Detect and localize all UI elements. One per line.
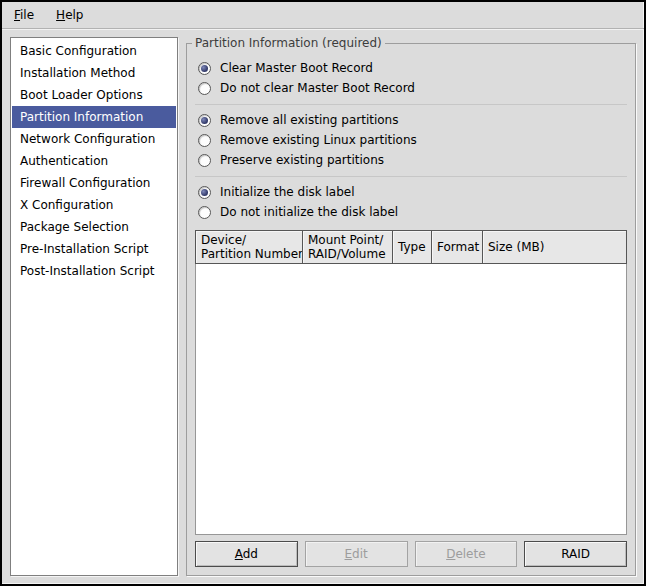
partition-information-panel: Partition Information (required) Clear M… [186, 43, 636, 576]
radio-unselected-icon [198, 82, 211, 95]
column-header-format[interactable]: Format [432, 231, 483, 263]
radio-initialize-disk-label[interactable]: Initialize the disk label [195, 182, 627, 202]
panel-title: Partition Information (required) [192, 36, 385, 50]
table-body-empty[interactable] [195, 264, 627, 535]
radio-label: Initialize the disk label [220, 185, 355, 199]
radio-selected-icon [198, 186, 211, 199]
column-header-type[interactable]: Type [393, 231, 432, 263]
radio-label: Remove all existing partitions [220, 113, 398, 127]
radio-unselected-icon [198, 154, 211, 167]
radio-do-not-clear-mbr[interactable]: Do not clear Master Boot Record [195, 78, 627, 98]
menu-bar: File Help [2, 2, 644, 29]
radio-clear-mbr[interactable]: Clear Master Boot Record [195, 58, 627, 78]
main-content: Basic Configuration Installation Method … [2, 29, 644, 584]
sidebar-item-network-configuration[interactable]: Network Configuration [12, 128, 176, 150]
radio-label: Remove existing Linux partitions [220, 133, 417, 147]
delete-button[interactable]: Delete [415, 541, 518, 567]
sidebar-item-installation-method[interactable]: Installation Method [12, 62, 176, 84]
sidebar-item-partition-information[interactable]: Partition Information [12, 106, 176, 128]
sidebar-item-authentication[interactable]: Authentication [12, 150, 176, 172]
radio-selected-icon [198, 114, 211, 127]
add-button[interactable]: Add [195, 541, 298, 567]
table-header: Device/ Partition Number Mount Point/ RA… [195, 230, 627, 264]
radio-unselected-icon [198, 134, 211, 147]
raid-button[interactable]: RAID [524, 541, 627, 567]
menu-help[interactable]: Help [50, 5, 89, 25]
radio-preserve-partitions[interactable]: Preserve existing partitions [195, 150, 627, 170]
column-header-size-mb[interactable]: Size (MB) [483, 231, 626, 263]
sidebar-item-x-configuration[interactable]: X Configuration [12, 194, 176, 216]
column-header-device-partition-number[interactable]: Device/ Partition Number [196, 231, 303, 263]
radio-label: Do not clear Master Boot Record [220, 81, 415, 95]
sidebar-item-boot-loader-options[interactable]: Boot Loader Options [12, 84, 176, 106]
sidebar-list: Basic Configuration Installation Method … [10, 37, 178, 576]
app-window: File Help Basic Configuration Installati… [0, 0, 646, 586]
radio-do-not-initialize-disk-label[interactable]: Do not initialize the disk label [195, 202, 627, 222]
partitions-table: Device/ Partition Number Mount Point/ RA… [195, 230, 627, 535]
sidebar-item-package-selection[interactable]: Package Selection [12, 216, 176, 238]
separator [195, 104, 627, 105]
sidebar-item-basic-configuration[interactable]: Basic Configuration [12, 40, 176, 62]
radio-remove-all-partitions[interactable]: Remove all existing partitions [195, 110, 627, 130]
column-header-mount-point-raid-volume[interactable]: Mount Point/ RAID/Volume [303, 231, 393, 263]
radio-selected-icon [198, 62, 211, 75]
radio-label: Preserve existing partitions [220, 153, 384, 167]
sidebar-item-firewall-configuration[interactable]: Firewall Configuration [12, 172, 176, 194]
sidebar-item-post-installation-script[interactable]: Post-Installation Script [12, 260, 176, 282]
radio-remove-linux-partitions[interactable]: Remove existing Linux partitions [195, 130, 627, 150]
menu-file[interactable]: File [8, 5, 40, 25]
edit-button[interactable]: Edit [305, 541, 408, 567]
table-button-row: Add Edit Delete RAID [195, 541, 627, 567]
radio-label: Clear Master Boot Record [220, 61, 373, 75]
separator [195, 176, 627, 177]
sidebar-item-pre-installation-script[interactable]: Pre-Installation Script [12, 238, 176, 260]
radio-unselected-icon [198, 206, 211, 219]
radio-label: Do not initialize the disk label [220, 205, 398, 219]
